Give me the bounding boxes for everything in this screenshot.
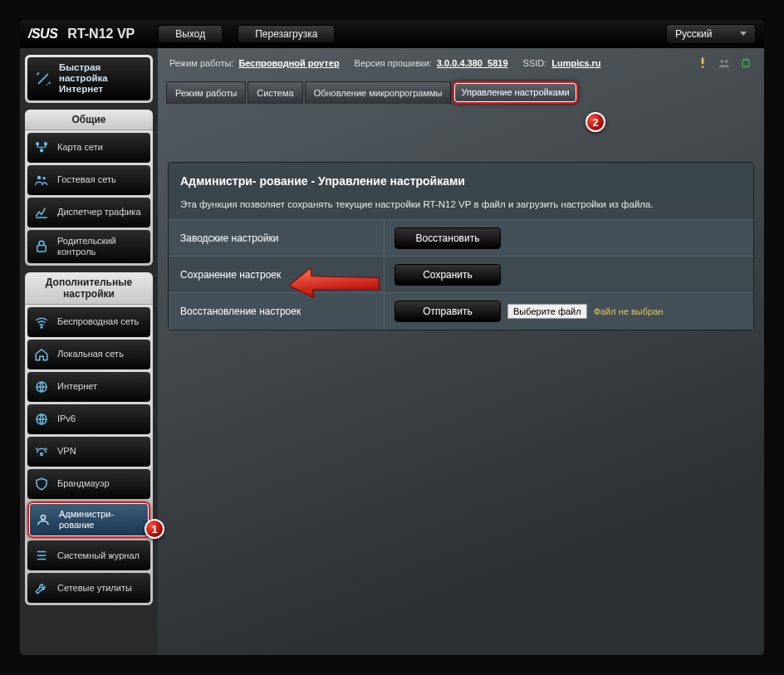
admin-label: Администри- рование — [59, 509, 144, 531]
ssid-label: SSID: — [523, 58, 547, 68]
sidebar-item-vpn[interactable]: VPN — [27, 437, 150, 467]
svg-point-9 — [41, 453, 43, 456]
header-bar: /SUS RT-N12 VP Выход Перезагрузка Русски… — [20, 20, 764, 48]
no-file-text: Файл не выбран — [594, 306, 664, 316]
sidebar-item-syslog[interactable]: Системный журнал — [27, 540, 150, 570]
restore-label: Восстановление настроек — [169, 293, 385, 330]
lan-label: Локальная сеть — [57, 349, 124, 360]
svg-point-13 — [725, 60, 728, 63]
tab-firmware[interactable]: Обновление микропрограммы — [305, 81, 452, 104]
main-content: Режим работы: Беспроводной роутер Версия… — [158, 48, 764, 655]
lang-select[interactable]: Русский — [666, 24, 756, 44]
choose-file-button[interactable]: Выберите файл — [507, 304, 587, 319]
sidebar-item-guest[interactable]: Гостевая сеть — [27, 165, 150, 195]
traffic-icon — [32, 203, 51, 222]
home-icon — [32, 345, 51, 364]
factory-row: Заводские настройки Восстановить — [169, 220, 753, 257]
tab-mode[interactable]: Режим работы — [166, 81, 246, 104]
sidebar-item-wireless[interactable]: Беспроводная сеть — [27, 307, 150, 337]
sidebar-item-admin[interactable]: Администри- рование — [27, 501, 150, 538]
annotation-badge-2: 2 — [586, 112, 605, 132]
wan-label: Интернет — [57, 381, 97, 392]
sidebar-item-traffic[interactable]: Диспетчер трафика — [27, 198, 150, 227]
wrench-icon — [32, 579, 51, 597]
fw-label: Версия прошивки: — [355, 58, 432, 68]
restore-row: Восстановление настроек Отправить Выбери… — [169, 293, 753, 330]
svg-rect-5 — [37, 245, 47, 252]
wand-icon — [34, 70, 52, 88]
svg-point-10 — [41, 516, 45, 520]
globe-icon — [32, 378, 51, 396]
sidebar: Быстрая настройка Интернет Общие Карта с… — [20, 48, 158, 655]
wireless-label: Беспроводная сеть — [57, 316, 139, 327]
mode-label: Режим работы: — [169, 58, 233, 68]
advanced-section-header: Дополнительные настройки — [25, 272, 153, 305]
traffic-label: Диспетчер трафика — [57, 207, 141, 218]
shield-icon — [32, 475, 51, 493]
panel-title: Администри- рование - Управление настрой… — [169, 163, 753, 194]
save-settings-button[interactable]: Сохранить — [394, 264, 501, 286]
usb-icon[interactable] — [739, 56, 752, 70]
mode-value[interactable]: Беспроводной роутер — [238, 58, 339, 68]
sidebar-item-parental[interactable]: Родительский контроль — [27, 230, 150, 263]
svg-rect-0 — [36, 142, 39, 145]
guest-icon — [32, 171, 51, 189]
list-icon — [32, 546, 51, 565]
clients-icon[interactable] — [718, 56, 731, 70]
lang-value: Русский — [675, 28, 713, 40]
settings-panel: Администри- рование - Управление настрой… — [168, 162, 754, 330]
svg-rect-1 — [44, 142, 47, 145]
sidebar-item-wan[interactable]: Интернет — [27, 372, 150, 402]
ssid-value[interactable]: Lumpics.ru — [551, 58, 600, 68]
lock-icon — [32, 237, 51, 256]
model-name: RT-N12 VP — [67, 27, 135, 42]
reboot-button[interactable]: Перезагрузка — [238, 25, 335, 43]
sidebar-item-firewall[interactable]: Брандмауэр — [27, 469, 150, 499]
sidebar-item-networkmap[interactable]: Карта сети — [27, 133, 150, 163]
general-section-header: Общие — [25, 110, 153, 130]
svg-point-4 — [42, 177, 45, 179]
syslog-label: Системный журнал — [57, 550, 140, 561]
logout-button[interactable]: Выход — [158, 25, 223, 43]
firewall-label: Брандмауэр — [57, 478, 110, 489]
chevron-down-icon — [740, 32, 747, 36]
tab-system[interactable]: Система — [247, 81, 302, 104]
quick-label: Быстрая настройка Интернет — [59, 62, 144, 95]
tab-settings[interactable]: Управление настройками — [453, 81, 577, 104]
logo-block: /SUS RT-N12 VP — [28, 27, 135, 42]
factory-reset-button[interactable]: Восстановить — [394, 227, 501, 249]
save-row: Сохранение настроек Сохранить — [169, 257, 753, 293]
upload-settings-button[interactable]: Отправить — [394, 301, 501, 322]
fw-value[interactable]: 3.0.0.4.380_5819 — [437, 58, 508, 68]
svg-point-6 — [41, 326, 42, 328]
network-icon — [32, 139, 51, 157]
quick-setup-button[interactable]: Быстрая настройка Интернет — [27, 57, 150, 100]
svg-point-11 — [702, 66, 704, 68]
panel-desc: Эта функция позволяет сохранять текущие … — [169, 194, 753, 220]
networkmap-label: Карта сети — [57, 142, 103, 153]
user-icon — [34, 511, 52, 529]
tab-bar: Режим работы Система Обновление микропро… — [158, 80, 764, 104]
status-bar: Режим работы: Беспроводной роутер Версия… — [158, 48, 764, 75]
save-label: Сохранение настроек — [169, 257, 385, 292]
guest-label: Гостевая сеть — [57, 174, 116, 185]
globe-icon — [32, 410, 51, 428]
factory-label: Заводские настройки — [169, 220, 385, 256]
svg-point-3 — [37, 175, 42, 179]
brand-logo: /SUS — [28, 27, 57, 42]
sidebar-item-ipv6[interactable]: IPv6 — [27, 404, 150, 434]
annotation-badge-1: 1 — [145, 519, 164, 539]
ipv6-label: IPv6 — [57, 413, 76, 424]
alert-icon[interactable] — [696, 56, 709, 70]
svg-point-12 — [720, 60, 723, 63]
parental-label: Родительский контроль — [57, 236, 145, 257]
sidebar-item-nettools[interactable]: Сетевые утилиты — [27, 573, 150, 603]
vpn-icon — [32, 443, 51, 461]
svg-rect-2 — [40, 149, 43, 152]
svg-rect-14 — [742, 60, 749, 66]
nettools-label: Сетевые утилиты — [57, 583, 132, 594]
sidebar-item-lan[interactable]: Локальная сеть — [27, 340, 150, 369]
vpn-label: VPN — [57, 446, 76, 457]
wifi-icon — [32, 313, 51, 331]
